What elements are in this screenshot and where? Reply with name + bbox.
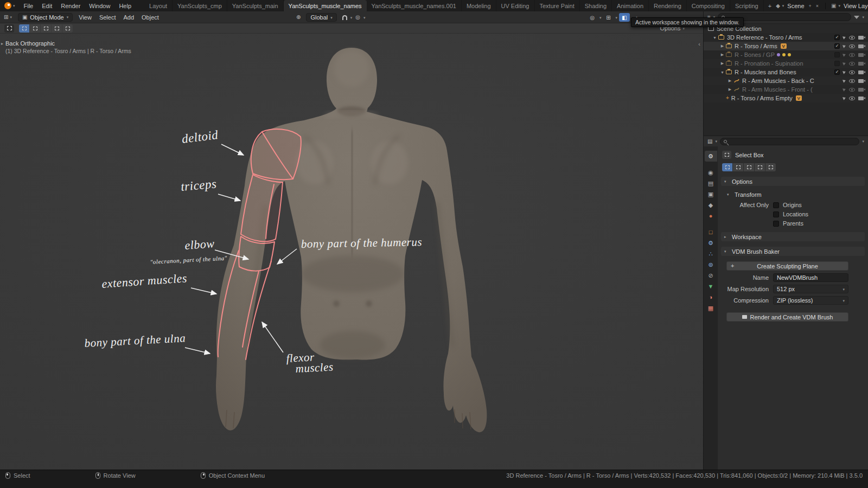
menu-window[interactable]: Window — [85, 0, 114, 11]
hide-eye-icon[interactable] — [849, 70, 855, 74]
create-sculpting-plane-button[interactable]: + Create Sculpting Plane — [726, 261, 848, 271]
outliner-row-bones-gp[interactable]: ▶ R - Bones / GP — [704, 50, 868, 59]
orientation-dropdown[interactable]: Global ▾ — [306, 13, 336, 22]
outliner-row-3d-reference[interactable]: ▼ 3D Reference - Tosro / Arms ✓ — [704, 33, 868, 42]
select-mode-invert[interactable] — [52, 24, 62, 33]
box-select-tool-icon[interactable] — [722, 151, 731, 159]
tab-tool[interactable]: ⚙ — [705, 151, 717, 162]
locations-checkbox[interactable] — [773, 211, 779, 217]
hide-eye-icon[interactable] — [849, 44, 855, 48]
tab-layout[interactable]: Layout — [144, 0, 173, 11]
render-camera-icon[interactable] — [858, 62, 864, 66]
outliner-row-arm-muscles-back[interactable]: ▶ R - Arm Muscles - Back - C — [704, 76, 868, 85]
toolbar-expand-arrow[interactable]: ▸ — [1, 41, 3, 46]
tab-rendering[interactable]: Rendering — [649, 0, 687, 11]
tab-uv-editing[interactable]: UV Editing — [496, 0, 535, 11]
render-camera-icon[interactable] — [858, 70, 864, 74]
select-mode-extend[interactable] — [733, 163, 743, 171]
new-scene-button[interactable]: + — [808, 3, 813, 9]
transform-orientation-icon[interactable]: ⊕ — [296, 15, 301, 20]
overlay-options-caret[interactable]: ▾ — [615, 16, 617, 20]
render-camera-icon[interactable] — [858, 88, 864, 92]
select-mode-invert[interactable] — [755, 163, 765, 171]
filter-options-caret[interactable]: ▾ — [862, 15, 864, 19]
tab-particles[interactable]: ∴ — [705, 248, 717, 259]
menu-select[interactable]: Select — [95, 14, 120, 21]
render-camera-icon[interactable] — [858, 36, 864, 40]
selectable-icon[interactable] — [843, 44, 846, 48]
selectable-icon[interactable] — [843, 35, 846, 40]
select-mode-subtract[interactable] — [744, 163, 754, 171]
panel-workspace[interactable]: ▸ Workspace — [721, 232, 865, 241]
tab-view-layer[interactable]: ▣ — [705, 189, 717, 200]
gizmo-options-caret[interactable]: ▾ — [599, 16, 602, 20]
tab-world[interactable]: ● — [705, 210, 717, 221]
select-mode-extend[interactable] — [30, 24, 40, 33]
render-camera-icon[interactable] — [858, 44, 864, 48]
outliner-row-muscles-and-bones[interactable]: ▼ R - Muscles and Bones ✓ — [704, 68, 868, 76]
chevron-down-icon[interactable]: ▾ — [782, 4, 784, 8]
render-vdm-brush-button[interactable]: Render and Create VDM Brush — [726, 312, 848, 322]
exclude-checkbox[interactable]: ✓ — [834, 35, 840, 40]
tab-physics[interactable]: ⊚ — [705, 259, 717, 270]
exclude-checkbox[interactable]: ✓ — [834, 69, 840, 75]
show-overlays-toggle[interactable]: ⊞ — [603, 13, 614, 22]
proportional-options-caret[interactable]: ▾ — [363, 16, 366, 20]
exclude-checkbox[interactable]: ✓ — [834, 43, 840, 49]
expand-arrow-icon[interactable]: ▶ — [719, 61, 726, 66]
tab-texture[interactable]: ▦ — [705, 303, 717, 313]
hide-eye-icon[interactable] — [849, 88, 855, 92]
exclude-checkbox[interactable] — [834, 52, 840, 57]
menu-edit[interactable]: Edit — [37, 0, 56, 11]
tab-yansculpts-muscle-names-001[interactable]: YanSculpts_muscle_names.001 — [367, 0, 462, 11]
hide-eye-icon[interactable] — [849, 62, 855, 66]
expand-arrow-icon[interactable]: ▼ — [711, 36, 718, 40]
render-camera-icon[interactable] — [858, 79, 864, 83]
hide-eye-icon[interactable] — [849, 97, 855, 100]
show-gizmo-toggle[interactable]: ◎ — [587, 13, 598, 22]
map-resolution-dropdown[interactable]: 512 px ▾ — [773, 285, 848, 293]
expand-arrow-icon[interactable]: ▶ — [726, 79, 733, 83]
select-mode-set[interactable] — [19, 24, 29, 33]
snap-options-caret[interactable]: ▾ — [350, 16, 353, 20]
outliner-row-pronation-supination[interactable]: ▶ R - Pronation - Supination — [704, 59, 868, 68]
tab-output[interactable]: ▤ — [705, 178, 717, 189]
tab-render[interactable]: ◉ — [705, 167, 717, 178]
vdm-name-field[interactable]: NewVDMBrush — [773, 273, 848, 282]
outliner-row-torso-arms-empty[interactable]: + R - Torso / Arms Empty V — [704, 94, 868, 102]
parents-checkbox[interactable] — [773, 221, 779, 227]
tab-compositing[interactable]: Compositing — [687, 0, 730, 11]
panel-options[interactable]: ▾ Options — [721, 177, 865, 186]
menu-render[interactable]: Render — [56, 0, 85, 11]
tab-scene[interactable]: ◆ — [705, 200, 717, 210]
properties-options-caret[interactable]: ▾ — [862, 139, 864, 143]
menu-view[interactable]: View — [75, 14, 95, 21]
selectable-icon[interactable] — [843, 70, 846, 74]
render-camera-icon[interactable] — [858, 53, 864, 57]
tab-animation[interactable]: Animation — [612, 0, 649, 11]
outliner-row-arm-muscles-front[interactable]: ▶ R - Arm Muscles - Front - ( — [704, 85, 868, 94]
editor-type-button[interactable]: ⊞ ▾ — [0, 15, 16, 20]
menu-help[interactable]: Help — [114, 0, 136, 11]
tab-yansculpts-cmp[interactable]: YanSculpts_cmp — [173, 0, 227, 11]
snap-magnet-icon[interactable] — [342, 15, 347, 20]
view-layer-selector[interactable]: View Layer — [843, 3, 868, 9]
expand-arrow-icon[interactable]: ▶ — [719, 53, 726, 57]
exclude-checkbox[interactable] — [834, 61, 840, 66]
tab-scripting[interactable]: Scripting — [730, 0, 764, 11]
mode-dropdown[interactable]: ▣ Object Mode ▾ — [18, 13, 73, 22]
menu-add[interactable]: Add — [119, 14, 138, 21]
chevron-down-icon[interactable]: ▾ — [839, 4, 841, 8]
tab-yansculpts-main[interactable]: YanSculpts_main — [227, 0, 284, 11]
filter-icon[interactable] — [854, 16, 859, 19]
origins-checkbox[interactable] — [773, 202, 779, 208]
outliner-row-torso-arms[interactable]: ▶ R - Torso / Arms V ✓ — [704, 42, 868, 50]
bl ender-menu-button[interactable]: ▾ — [0, 0, 20, 11]
tab-shading[interactable]: Shading — [580, 0, 612, 11]
selectable-icon[interactable] — [843, 79, 846, 83]
tab-modeling[interactable]: Modeling — [462, 0, 496, 11]
render-camera-icon[interactable] — [858, 97, 864, 100]
proportional-edit-icon[interactable]: ◎ — [355, 15, 360, 20]
selectable-icon[interactable] — [843, 87, 846, 92]
xray-toggle[interactable]: ◧ — [619, 13, 630, 22]
